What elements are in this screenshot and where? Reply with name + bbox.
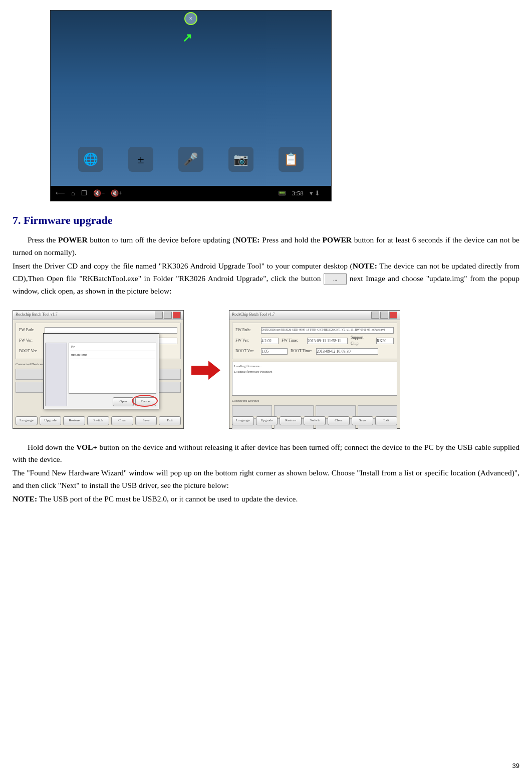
calculator-icon: ± xyxy=(128,147,153,172)
list-item: fw xyxy=(69,343,156,351)
paragraph-4: The "Found New Hardware Wizard" window w… xyxy=(13,467,519,492)
browser-icon: 🌐 xyxy=(78,147,103,172)
recents-icon: ❐ xyxy=(81,188,87,199)
window-title: Rockchip Batch Tool v1.7 xyxy=(16,312,58,318)
arrow-annotation xyxy=(182,28,197,43)
paragraph-1: Press the POWER button to turn off the d… xyxy=(13,234,519,259)
save-button: Save xyxy=(352,416,374,425)
vol-down-icon: 🔇− xyxy=(93,188,105,199)
tablet-navbar: ⟵ ⌂ ❐ 🔇− 🔇+ 📟 3:58 ▾ ⬇ xyxy=(51,186,331,201)
paragraph-5: NOTE: The USB port of the PC must be USB… xyxy=(13,493,519,505)
switch-button: Switch xyxy=(87,416,109,425)
exit-button: Exit xyxy=(375,416,397,425)
tool-screenshot-row: Rockchip Batch Tool v1.7 FW Path: FW Ver… xyxy=(13,310,519,429)
status-icons: 📟 xyxy=(278,188,286,199)
restore-button: Restore xyxy=(63,416,85,425)
file-open-dialog: fw update.img Open Cancel xyxy=(43,333,159,409)
upgrade-button: Upgrade xyxy=(256,416,278,425)
red-arrow-icon xyxy=(191,361,221,378)
tool-button-bar: Language Upgrade Restore Switch Clear Sa… xyxy=(16,416,181,425)
language-button: Language xyxy=(16,416,38,425)
clock: 3:58 xyxy=(292,188,304,199)
firmware-info-panel: FW Path:D:\RK3026-get\RK3026-SDK-0909-1S… xyxy=(232,323,397,360)
window-titlebar: Rockchip Batch Tool v1.7 xyxy=(13,311,183,320)
restore-button: Restore xyxy=(280,416,302,425)
close-icon xyxy=(389,312,397,319)
cancel-button: Cancel xyxy=(135,397,156,406)
window-title: RockChip Batch Tool v1.7 xyxy=(232,312,275,318)
tablet-dock: 🌐 ± 🎤 📷 📋 xyxy=(51,147,331,172)
open-button: Open xyxy=(113,397,134,406)
tool-button-bar: Language Upgrade Restore Switch Clear Sa… xyxy=(232,416,397,425)
paragraph-2: Insert the Driver CD and copy the file n… xyxy=(13,260,519,298)
exit-button: Exit xyxy=(159,416,181,425)
tablet-screenshot: × 🌐 ± 🎤 📷 📋 ⟵ ⌂ ❐ 🔇− 🔇+ 📟 3:58 ▾ ⬇ xyxy=(50,10,332,201)
home-icon: ⌂ xyxy=(71,188,75,199)
back-icon: ⟵ xyxy=(56,188,65,199)
clear-button: Clear xyxy=(328,416,350,425)
clear-button: Clear xyxy=(111,416,133,425)
save-button: Save xyxy=(135,416,157,425)
window-titlebar: RockChip Batch Tool v1.7 xyxy=(229,311,400,320)
switch-button: Switch xyxy=(304,416,326,425)
paragraph-3: Hold down the VOL+ button on the device … xyxy=(13,441,519,466)
browse-button-inline: ... xyxy=(324,273,347,285)
notes-icon: 📋 xyxy=(279,147,304,172)
vol-up-icon: 🔇+ xyxy=(111,188,122,199)
status-tray: ▾ ⬇ xyxy=(310,188,320,199)
rkbatchtool-left: Rockchip Batch Tool v1.7 FW Path: FW Ver… xyxy=(13,310,184,429)
log-panel: Loading firmware... Loading firmware Fin… xyxy=(232,362,397,396)
camera-icon: 📷 xyxy=(228,147,253,172)
section-heading: 7. Firmware upgrade xyxy=(13,211,519,229)
close-icon: × xyxy=(184,12,197,25)
upgrade-button: Upgrade xyxy=(40,416,62,425)
list-item: update.img xyxy=(69,351,156,359)
language-button: Language xyxy=(232,416,254,425)
recorder-icon: 🎤 xyxy=(178,147,203,172)
rkbatchtool-right: RockChip Batch Tool v1.7 FW Path:D:\RK30… xyxy=(229,310,400,429)
close-icon xyxy=(173,312,181,319)
